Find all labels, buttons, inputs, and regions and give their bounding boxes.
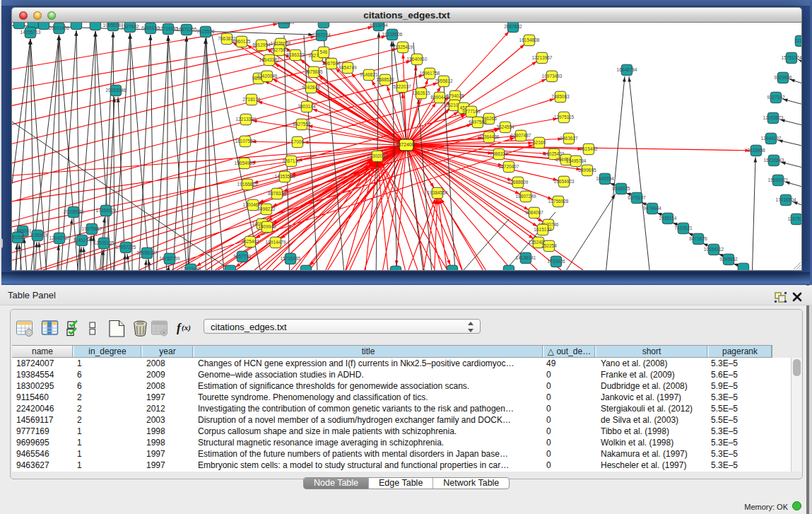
svg-text:14055713: 14055713 (20, 30, 41, 35)
svg-text:15716485: 15716485 (281, 256, 301, 261)
svg-text:19218506: 19218506 (382, 32, 403, 37)
svg-text:7357224: 7357224 (312, 33, 331, 37)
svg-text:6497568: 6497568 (469, 119, 487, 124)
svg-text:9777169: 9777169 (462, 109, 481, 114)
svg-text:2967608: 2967608 (322, 61, 341, 66)
svg-text:(x): (x) (182, 323, 191, 332)
svg-text:20053346: 20053346 (106, 88, 126, 93)
svg-text:12975115: 12975115 (554, 115, 575, 119)
svg-text:3267130: 3267130 (282, 158, 300, 163)
svg-text:5322037: 5322037 (393, 84, 411, 89)
svg-text:7986322: 7986322 (490, 151, 508, 156)
svg-text:16648784: 16648784 (617, 67, 637, 72)
svg-text:10958107: 10958107 (137, 250, 158, 255)
svg-text:1145194: 1145194 (73, 238, 91, 243)
svg-text:3498222: 3498222 (257, 206, 276, 211)
svg-text:2087682: 2087682 (504, 24, 522, 29)
svg-text:1362615: 1362615 (412, 90, 430, 95)
svg-text:19654923: 19654923 (554, 179, 575, 184)
svg-text:12156819: 12156819 (28, 233, 48, 238)
svg-text:12213339: 12213339 (236, 117, 257, 122)
svg-text:16543382: 16543382 (259, 57, 280, 62)
svg-text:62160: 62160 (533, 140, 546, 145)
svg-text:9245652: 9245652 (719, 257, 738, 262)
svg-text:11123: 11123 (794, 38, 801, 43)
svg-text:17016504: 17016504 (776, 197, 796, 202)
svg-text:7625402: 7625402 (241, 239, 259, 244)
svg-text:14136141: 14136141 (516, 255, 536, 260)
svg-text:6899695: 6899695 (578, 168, 596, 173)
svg-text:16033809: 16033809 (274, 23, 295, 25)
svg-text:8471676: 8471676 (689, 236, 707, 241)
svg-text:546: 546 (320, 49, 328, 54)
svg-text:2718176: 2718176 (242, 97, 261, 102)
svg-text:252254: 252254 (541, 243, 557, 248)
svg-text:19384554: 19384554 (428, 190, 448, 195)
svg-text:18807249: 18807249 (516, 194, 536, 199)
svg-text:6794028: 6794028 (446, 93, 464, 98)
svg-text:1733426: 1733426 (547, 259, 565, 264)
svg-text:1167534: 1167534 (788, 216, 801, 221)
svg-text:16154808: 16154808 (519, 37, 540, 42)
svg-text:17006: 17006 (291, 139, 304, 144)
svg-text:9146821: 9146821 (360, 72, 378, 77)
svg-text:20206533: 20206533 (64, 209, 84, 214)
svg-text:15692971: 15692971 (768, 177, 789, 182)
svg-text:1409949: 1409949 (258, 224, 276, 229)
svg-text:16671355: 16671355 (177, 27, 197, 32)
svg-text:12093873: 12093873 (763, 115, 784, 120)
svg-text:10973493: 10973493 (542, 74, 563, 78)
svg-text:12213967: 12213967 (532, 55, 553, 60)
svg-text:7955812: 7955812 (435, 78, 453, 83)
svg-text:14353594: 14353594 (275, 174, 295, 179)
svg-text:9463627: 9463627 (560, 136, 578, 141)
svg-text:9227342: 9227342 (767, 95, 785, 100)
svg-text:9457791: 9457791 (233, 254, 252, 259)
svg-text:10756928: 10756928 (548, 199, 569, 204)
svg-text:13495784: 13495784 (566, 158, 587, 163)
svg-text:9515402: 9515402 (579, 146, 598, 151)
svg-text:9327503: 9327503 (270, 47, 288, 52)
svg-text:17957225: 17957225 (116, 245, 136, 250)
svg-text:10914479: 10914479 (266, 240, 286, 245)
svg-text:19975867: 19975867 (82, 226, 102, 231)
svg-text:1640954: 1640954 (596, 176, 614, 181)
svg-text:15720407: 15720407 (499, 164, 519, 169)
svg-text:19654983: 19654983 (235, 160, 255, 165)
svg-text:8938925: 8938925 (612, 186, 630, 191)
svg-text:20691406: 20691406 (49, 25, 69, 30)
svg-text:9329966: 9329966 (774, 75, 792, 80)
svg-text:29302033: 29302033 (367, 153, 388, 158)
svg-text:16107552: 16107552 (235, 139, 256, 144)
svg-text:20364436: 20364436 (479, 134, 500, 139)
svg-text:8186323: 8186323 (286, 52, 305, 57)
svg-text:12444197: 12444197 (761, 136, 782, 141)
svg-text:16210643: 16210643 (764, 158, 784, 163)
svg-text:3624554: 3624554 (496, 124, 514, 129)
svg-text:12923448: 12923448 (181, 267, 201, 270)
svg-text:8454749: 8454749 (339, 65, 357, 70)
svg-text:9084067: 9084067 (525, 210, 543, 215)
svg-text:2935114: 2935114 (659, 216, 677, 221)
svg-text:9242848: 9242848 (302, 85, 320, 90)
svg-text:18724007: 18724007 (396, 142, 417, 147)
svg-text:8960125: 8960125 (233, 39, 251, 44)
svg-text:8912954: 8912954 (252, 42, 271, 47)
svg-text:1527602: 1527602 (121, 24, 139, 29)
svg-text:11325419: 11325419 (393, 45, 413, 49)
svg-text:15751074: 15751074 (782, 55, 801, 60)
svg-text:16782759: 16782759 (160, 256, 180, 261)
svg-text:7632621: 7632621 (674, 226, 693, 230)
svg-text:10688609: 10688609 (508, 180, 529, 185)
svg-text:12942737: 12942737 (49, 235, 70, 240)
svg-text:7485063: 7485063 (551, 94, 570, 99)
svg-text:1615132: 1615132 (534, 227, 552, 232)
svg-text:17359924: 17359924 (96, 208, 117, 213)
svg-text:391591: 391591 (12, 235, 25, 240)
svg-text:6466160: 6466160 (141, 25, 160, 30)
svg-text:1588520: 1588520 (376, 77, 394, 82)
svg-text:3875685: 3875685 (305, 69, 323, 74)
svg-text:3215958: 3215958 (747, 148, 765, 153)
svg-text:22420046: 22420046 (257, 74, 278, 78)
svg-text:10654112: 10654112 (704, 247, 724, 252)
